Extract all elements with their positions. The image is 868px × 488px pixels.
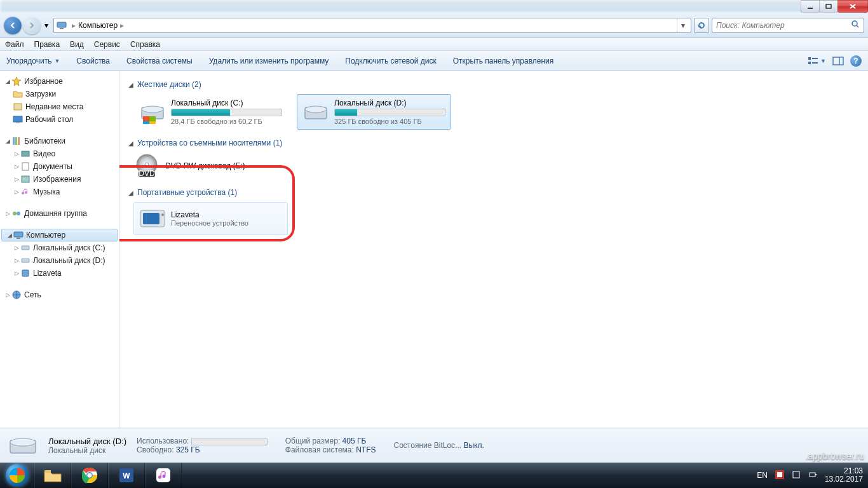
forward-button[interactable] xyxy=(23,17,41,34)
portable-device[interactable]: Lizaveta Переносное устройство xyxy=(133,202,288,235)
drive-icon xyxy=(20,243,31,253)
maximize-button[interactable] xyxy=(819,0,838,13)
hdd-icon xyxy=(302,98,329,125)
svg-rect-23 xyxy=(22,176,29,182)
section-hard-disks[interactable]: ◢Жесткие диски (2) xyxy=(128,80,859,89)
drive-d-bar xyxy=(334,109,445,116)
svg-rect-37 xyxy=(143,121,149,124)
help-button[interactable]: ? xyxy=(850,55,862,67)
organize-button[interactable]: Упорядочить▼ xyxy=(6,57,60,65)
drive-c-name: Локальный диск (C:) xyxy=(171,98,282,107)
section-removable[interactable]: ◢Устройства со съемными носителями (1) xyxy=(128,139,859,147)
fs-label: Файловая система: xyxy=(285,445,354,454)
search-input[interactable] xyxy=(716,21,851,30)
svg-rect-12 xyxy=(833,57,843,65)
preview-pane-button[interactable] xyxy=(832,56,844,66)
address-bar[interactable]: ▸ Компьютер ▸ ▾ xyxy=(53,18,691,33)
svg-rect-19 xyxy=(15,137,17,145)
section-portable[interactable]: ◢Портативные устройства (1) xyxy=(128,188,859,197)
sidebar-drive-d[interactable]: ▷Локальный диск (D:) xyxy=(0,254,119,267)
sidebar-network[interactable]: ▷Сеть xyxy=(0,288,119,301)
sidebar-music[interactable]: ▷Музыка xyxy=(0,186,119,198)
search-box[interactable] xyxy=(712,18,864,33)
uninstall-button[interactable]: Удалить или изменить программу xyxy=(209,57,329,65)
tray-power-icon[interactable] xyxy=(808,470,817,481)
svg-point-49 xyxy=(10,438,36,446)
folder-icon xyxy=(13,89,23,99)
svg-rect-4 xyxy=(57,22,66,27)
properties-button[interactable]: Свойства xyxy=(76,57,110,65)
system-properties-button[interactable]: Свойства системы xyxy=(126,57,193,65)
tray-clock[interactable]: 21:03 13.02.2017 xyxy=(825,467,863,484)
bitlocker-val: Выкл. xyxy=(463,441,484,450)
minimize-button[interactable] xyxy=(801,0,820,13)
svg-rect-20 xyxy=(18,137,20,145)
breadcrumb-sep-icon: ▸ xyxy=(72,21,76,30)
tray-lang[interactable]: EN xyxy=(757,471,768,480)
dvd-drive[interactable]: DVD DVD RW дисковод (E:) xyxy=(133,152,859,179)
tray-flag-icon[interactable] xyxy=(775,470,784,481)
menu-edit[interactable]: Правка xyxy=(34,40,60,49)
map-drive-button[interactable]: Подключить сетевой диск xyxy=(345,57,436,65)
homegroup[interactable]: ▷Домашняя группа xyxy=(0,207,119,220)
refresh-button[interactable] xyxy=(694,18,709,33)
back-button[interactable] xyxy=(4,17,22,34)
menu-help[interactable]: Справка xyxy=(130,40,160,49)
svg-rect-8 xyxy=(808,57,811,60)
address-dropdown[interactable]: ▾ xyxy=(677,18,688,32)
taskbar: W EN 21:03 13.02.2017 xyxy=(0,463,868,488)
used-bar xyxy=(191,438,268,445)
drive-c-bar xyxy=(171,109,282,116)
sidebar-drive-c[interactable]: ▷Локальный диск (C:) xyxy=(0,241,119,254)
taskbar-chrome[interactable] xyxy=(71,463,108,488)
sidebar-lizaveta[interactable]: ▷Lizaveta xyxy=(0,267,119,280)
start-button[interactable] xyxy=(0,463,34,488)
libraries-group[interactable]: ◢Библиотеки xyxy=(0,135,119,147)
taskbar-explorer[interactable] xyxy=(34,463,71,488)
computer-icon xyxy=(57,20,67,30)
drive-d-name: Локальный диск (D:) xyxy=(334,98,445,107)
navigation-pane: ◢Избранное Загрузки Недавние места Рабоч… xyxy=(0,71,119,428)
pictures-icon xyxy=(20,174,31,184)
svg-rect-5 xyxy=(60,28,64,29)
system-tray: EN 21:03 13.02.2017 xyxy=(757,463,868,488)
sidebar-pictures[interactable]: ▷Изображения xyxy=(0,173,119,186)
portable-name: Lizaveta xyxy=(171,210,248,219)
menu-file[interactable]: Файл xyxy=(5,40,24,49)
favorites-group[interactable]: ◢Избранное xyxy=(0,75,119,88)
menu-view[interactable]: Вид xyxy=(70,40,84,49)
drive-d[interactable]: Локальный диск (D:) 325 ГБ свободно из 4… xyxy=(297,94,451,130)
svg-text:W: W xyxy=(123,471,130,480)
svg-point-6 xyxy=(852,21,857,26)
computer-icon xyxy=(13,230,24,240)
view-options-button[interactable]: ▼ xyxy=(808,56,826,66)
sidebar-recent[interactable]: Недавние места xyxy=(0,100,119,113)
documents-icon xyxy=(20,161,31,172)
svg-rect-27 xyxy=(14,232,23,237)
taskbar-itunes[interactable] xyxy=(145,463,182,488)
svg-point-26 xyxy=(17,212,20,215)
breadcrumb-computer[interactable]: Компьютер xyxy=(78,21,118,30)
svg-text:DVD: DVD xyxy=(139,169,155,178)
control-panel-button[interactable]: Открыть панель управления xyxy=(453,57,554,65)
sidebar-videos[interactable]: ▷Видео xyxy=(0,147,119,160)
tray-action-center-icon[interactable] xyxy=(792,470,801,481)
close-button[interactable] xyxy=(837,0,868,13)
svg-rect-17 xyxy=(16,123,20,123)
menu-bar: Файл Правка Вид Сервис Справка xyxy=(0,38,868,51)
content-pane: ◢Жесткие диски (2) Локальный диск (C:) 2… xyxy=(119,71,868,428)
drive-c[interactable]: Локальный диск (C:) 28,4 ГБ свободно из … xyxy=(133,94,288,130)
sidebar-computer[interactable]: ◢Компьютер xyxy=(1,229,118,241)
command-bar: Упорядочить▼ Свойства Свойства системы У… xyxy=(0,51,868,71)
nav-history-dropdown[interactable]: ▾ xyxy=(42,17,51,34)
total-label: Общий размер: xyxy=(285,437,340,445)
svg-rect-1 xyxy=(826,4,831,8)
sidebar-downloads[interactable]: Загрузки xyxy=(0,88,119,100)
search-icon[interactable] xyxy=(851,20,860,30)
svg-point-25 xyxy=(13,212,17,215)
sidebar-documents[interactable]: ▷Документы xyxy=(0,160,119,173)
video-icon xyxy=(20,149,31,159)
sidebar-desktop[interactable]: Рабочий стол xyxy=(0,113,119,126)
menu-service[interactable]: Сервис xyxy=(94,40,120,49)
taskbar-word[interactable]: W xyxy=(108,463,145,488)
